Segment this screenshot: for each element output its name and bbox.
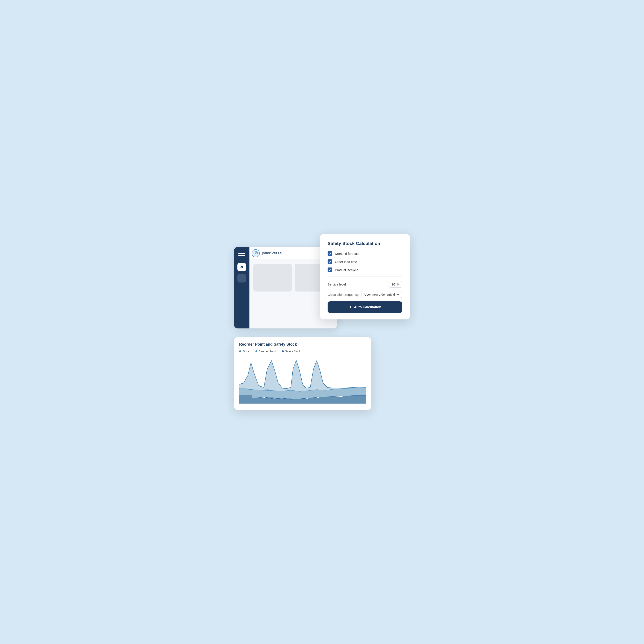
checkbox-demand[interactable]: Demand forecast	[328, 251, 402, 256]
legend-safety: Safety Stock	[282, 350, 301, 353]
sidebar	[234, 247, 249, 328]
checkbox-lead-time[interactable]: Order lead time	[328, 259, 402, 264]
service-level-value: 95	[392, 283, 396, 286]
sidebar-item-box[interactable]	[237, 274, 246, 283]
chart-svg	[239, 356, 366, 404]
hamburger-menu[interactable]	[238, 251, 245, 256]
chevron-down-icon	[396, 293, 399, 296]
safety-card-title: Safety Stock Calculation	[328, 241, 402, 246]
checkbox-lead-time-label: Order lead time	[335, 260, 357, 264]
logo-text: jahanVerse	[262, 251, 282, 255]
service-level-label: Service level	[328, 283, 346, 286]
checkbox-demand-label: Demand forecast	[335, 252, 359, 255]
frequency-select[interactable]: Upon new order arrival	[361, 291, 402, 298]
legend-safety-dot	[282, 350, 284, 352]
checkbox-lifecycle-label: Product lifecycle	[335, 268, 358, 272]
svg-point-2	[256, 252, 257, 253]
checkbox-demand-box[interactable]	[328, 251, 332, 256]
legend-reorder: Reorder Point	[255, 350, 276, 353]
service-level-input[interactable]: 95 %	[389, 281, 402, 288]
legend-reorder-label: Reorder Point	[259, 350, 276, 353]
auto-calc-button[interactable]: ✦ Auto Calculation	[328, 301, 402, 313]
calc-frequency-row: Calculation frequency Upon new order arr…	[328, 291, 402, 298]
legend-stock-dot	[239, 350, 241, 352]
checkbox-lead-time-box[interactable]	[328, 259, 332, 264]
legend-safety-label: Safety Stock	[285, 350, 301, 353]
chart-card: Reorder Point and Safety Stock Stock Reo…	[234, 337, 371, 410]
service-level-unit: %	[397, 283, 399, 286]
svg-point-1	[255, 252, 256, 254]
safety-stock-card: Safety Stock Calculation Demand forecast…	[320, 234, 410, 319]
chart-legend: Stock Reorder Point Safety Stock	[239, 350, 366, 353]
auto-calc-label: Auto Calculation	[354, 305, 381, 309]
checkbox-lifecycle-box[interactable]	[328, 267, 332, 272]
placeholder-card-1	[253, 264, 292, 292]
legend-reorder-dot	[255, 350, 257, 352]
calc-frequency-label: Calculation frequency	[328, 293, 358, 296]
sparkle-icon: ✦	[349, 305, 352, 310]
sidebar-item-home[interactable]	[237, 263, 246, 271]
service-level-row: Service level 95 %	[328, 281, 402, 288]
chart-title: Reorder Point and Safety Stock	[239, 342, 366, 347]
checkbox-lifecycle[interactable]: Product lifecycle	[328, 267, 402, 272]
divider	[328, 276, 402, 277]
frequency-select-value: Upon new order arrival	[364, 293, 395, 296]
logo-icon	[252, 249, 260, 257]
scene: jahanVerse Safety Stock Calculation Dema…	[234, 234, 410, 410]
svg-point-0	[254, 251, 258, 255]
legend-stock-label: Stock	[242, 350, 249, 353]
legend-stock: Stock	[239, 350, 249, 353]
